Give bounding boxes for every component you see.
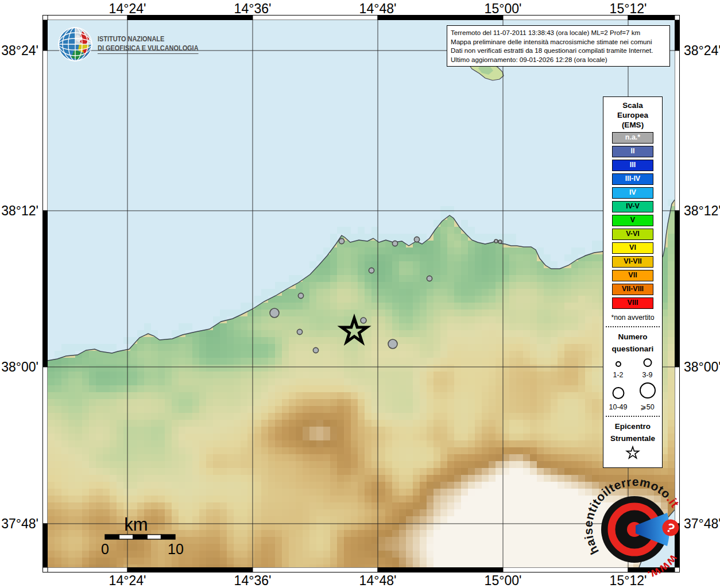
questionnaire-title: questionari xyxy=(603,343,662,355)
questionnaire-dot xyxy=(427,276,432,281)
haisentito-logo: ? haisentitoilterremoto.it www. xyxy=(582,478,687,584)
info-line: Ultimo aggiornamento: 09-01-2026 12:28 (… xyxy=(451,55,666,64)
size-label: ⩾50 xyxy=(634,403,661,411)
axis-label: 38°12' xyxy=(684,203,720,219)
ems-chip-iiiiv: III-IV xyxy=(612,173,653,185)
ems-chip-ii: II xyxy=(612,146,653,157)
epicenter-title: Strumentale xyxy=(603,432,662,444)
axis-label: 14°24' xyxy=(109,1,146,17)
size-circle-icon xyxy=(638,381,657,400)
questionnaire-size: 1-2 xyxy=(605,360,632,379)
axis-label: 15°12' xyxy=(610,1,647,17)
questionnaire-dot xyxy=(388,339,397,349)
legend-divider xyxy=(606,416,660,417)
legend-divider xyxy=(606,326,660,327)
axis-label: 14°24' xyxy=(109,573,146,588)
ems-chip-viiviii: VII-VIII xyxy=(612,284,653,295)
legend-title: (EMS) xyxy=(603,120,662,130)
questionnaire-dot xyxy=(392,241,397,246)
axis-label: 14°36' xyxy=(234,573,272,588)
questionnaire-dot xyxy=(494,239,498,243)
info-line: Mappa preliminare delle intensità macros… xyxy=(451,37,666,47)
questionnaire-size-row: 1-23-9 xyxy=(603,357,662,379)
legend-note: *non avvertito xyxy=(603,314,662,322)
questionnaire-dot xyxy=(297,329,302,334)
ems-chip-ivv: IV-V xyxy=(612,201,653,212)
questionnaire-dot xyxy=(414,237,419,242)
questionnaire-dot xyxy=(369,268,374,273)
questionnaire-dot xyxy=(298,293,303,298)
questionnaire-dot xyxy=(498,240,502,243)
scale-start-label: 0 xyxy=(101,541,109,557)
questionnaire-size: 10-49 xyxy=(605,386,632,411)
ems-chip-vvi: V-VI xyxy=(612,229,653,240)
epicenter-title: Epicentro xyxy=(603,420,662,432)
questionnaire-dot xyxy=(313,347,318,353)
epicenter-star-wrap xyxy=(603,444,662,463)
size-label: 1-2 xyxy=(605,371,632,379)
info-line: Dati non verificati estratti da 18 quest… xyxy=(451,46,666,55)
ems-chip-vii: VII xyxy=(612,270,653,281)
info-line: Terremoto del 11-07-2011 13:38:43 (ora l… xyxy=(451,28,666,37)
ingv-line1: ISTITUTO NAZIONALE xyxy=(98,34,199,44)
axis-label: 38°12' xyxy=(1,203,38,219)
questionnaire-dot xyxy=(361,318,366,323)
axis-label: 15°00' xyxy=(485,1,522,17)
questionnaire-dot xyxy=(270,308,279,318)
ems-legend: ScalaEuropea(EMS)n.a.*IIIIIIII-IVIVIV-VV… xyxy=(603,96,663,468)
questionnaire-title: Numero xyxy=(603,331,662,343)
ingv-wordmark: ISTITUTO NAZIONALE DI GEOFISICA E VULCAN… xyxy=(98,34,199,54)
ems-chip-iv: IV xyxy=(612,187,653,199)
ems-chip-vivii: VI-VII xyxy=(612,256,653,268)
axis-label: 38°00' xyxy=(684,359,720,375)
ems-chip-vi: VI xyxy=(612,242,653,254)
axis-label: 37°48' xyxy=(684,516,720,532)
ingv-logo: ISTITUTO NAZIONALE DI GEOFISICA E VULCAN… xyxy=(57,26,218,62)
macroseismic-map-page: 14°24'14°36'14°48'15°00'15°12' 14°24'14°… xyxy=(0,0,720,588)
size-circle-icon xyxy=(609,360,628,368)
axis-label: 38°00' xyxy=(1,359,38,375)
earthquake-info-box: Terremoto del 11-07-2011 13:38:43 (ora l… xyxy=(447,25,670,67)
axis-label: 38°24' xyxy=(1,43,38,59)
questionnaire-size: ⩾50 xyxy=(634,381,661,411)
scale-end-label: 10 xyxy=(168,541,184,557)
ems-chip-iii: III xyxy=(612,160,653,171)
questionnaire-size-row: 10-49⩾50 xyxy=(603,381,662,411)
size-label: 3-9 xyxy=(634,371,661,379)
ems-chip-viii: VIII xyxy=(612,297,653,309)
questionnaire-size: 3-9 xyxy=(634,357,661,379)
scale-unit-label: km xyxy=(124,514,148,535)
axis-label: 15°00' xyxy=(485,573,522,588)
size-label: 10-49 xyxy=(605,403,632,411)
legend-title: Europea xyxy=(603,110,662,120)
legend-title: Scala xyxy=(603,100,662,110)
epicenter-star-icon xyxy=(624,444,641,461)
size-circle-icon xyxy=(609,386,628,400)
axis-label: 14°36' xyxy=(234,1,272,17)
size-circle-icon xyxy=(638,357,657,368)
ems-chip-v: V xyxy=(612,215,653,226)
axis-label: 14°48' xyxy=(359,573,397,588)
ingv-globe-icon xyxy=(57,26,93,62)
axis-label: 37°48' xyxy=(1,516,38,532)
questionnaire-dot xyxy=(339,238,344,243)
ems-chip-na: n.a.* xyxy=(612,132,653,144)
ingv-line2: DI GEOFISICA E VULCANOLOGIA xyxy=(98,44,199,54)
axis-label: 14°48' xyxy=(359,1,397,17)
axis-label: 38°24' xyxy=(684,43,720,59)
